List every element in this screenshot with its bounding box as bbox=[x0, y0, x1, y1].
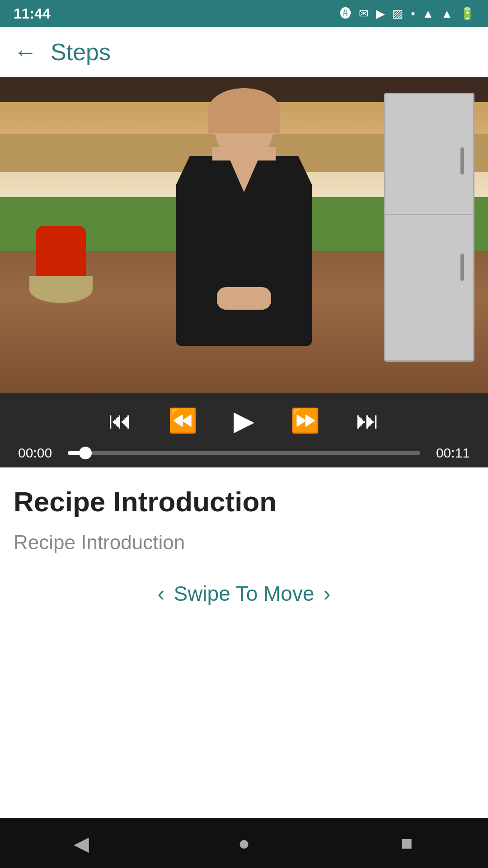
rewind-icon: ⏪ bbox=[168, 407, 197, 434]
play-icon: ▶ bbox=[234, 405, 254, 436]
current-time: 00:00 bbox=[18, 445, 59, 461]
progress-fill bbox=[68, 451, 85, 455]
mixer-bowl bbox=[29, 276, 93, 303]
total-time: 00:11 bbox=[429, 445, 470, 461]
status-bar: 11:44 🅐 ✉ ▶ ▨ • ▲ ▲ 🔋 bbox=[0, 0, 488, 27]
presenter-person bbox=[158, 93, 330, 373]
swipe-indicator[interactable]: ‹ Swipe To Move › bbox=[14, 581, 474, 606]
mixer-body bbox=[36, 226, 86, 280]
skip-forward-icon: ⏭ bbox=[356, 407, 380, 434]
nav-recent-icon: ■ bbox=[401, 832, 413, 854]
wifi-icon: ▲ bbox=[422, 7, 434, 21]
video-controls: ⏮ ⏪ ▶ ⏩ ⏭ 00:00 00:11 bbox=[0, 393, 488, 467]
playback-controls: ⏮ ⏪ ▶ ⏩ ⏭ bbox=[18, 405, 470, 436]
notification-a-icon: 🅐 bbox=[340, 7, 352, 21]
battery-icon: 🔋 bbox=[460, 7, 474, 21]
recipe-title-large: Recipe Introduction bbox=[14, 486, 474, 518]
nav-home-button[interactable]: ● bbox=[226, 825, 262, 861]
nav-back-icon: ◀ bbox=[74, 832, 89, 855]
status-icons: 🅐 ✉ ▶ ▨ • ▲ ▲ 🔋 bbox=[340, 7, 474, 21]
page-title: Steps bbox=[51, 38, 111, 66]
back-icon: ← bbox=[14, 38, 37, 66]
rewind-button[interactable]: ⏪ bbox=[168, 407, 197, 434]
content-area: Recipe Introduction Recipe Introduction … bbox=[0, 467, 488, 818]
fast-forward-button[interactable]: ⏩ bbox=[291, 407, 320, 434]
progress-thumb[interactable] bbox=[79, 447, 92, 459]
stand-mixer bbox=[27, 222, 95, 303]
progress-track[interactable] bbox=[68, 451, 420, 455]
play-button[interactable]: ▶ bbox=[234, 405, 254, 436]
dot-icon: • bbox=[411, 7, 415, 21]
video-thumbnail[interactable] bbox=[0, 77, 488, 393]
person-hands bbox=[217, 287, 271, 310]
skip-back-button[interactable]: ⏮ bbox=[108, 407, 132, 434]
back-button[interactable]: ← bbox=[14, 38, 37, 66]
progress-row: 00:00 00:11 bbox=[18, 445, 470, 461]
gmail-icon: ✉ bbox=[359, 7, 369, 21]
person-head bbox=[215, 93, 273, 158]
storage-icon: ▨ bbox=[392, 7, 404, 21]
nav-bar: ◀ ● ■ bbox=[0, 818, 488, 868]
status-time: 11:44 bbox=[14, 5, 51, 22]
video-container[interactable]: ⏮ ⏪ ▶ ⏩ ⏭ 00:00 00:11 bbox=[0, 77, 488, 467]
fast-forward-icon: ⏩ bbox=[291, 407, 320, 434]
signal-icon: ▲ bbox=[441, 7, 453, 21]
person-body bbox=[176, 156, 312, 346]
skip-back-icon: ⏮ bbox=[108, 407, 132, 434]
swipe-label: Swipe To Move bbox=[174, 581, 314, 606]
swipe-left-arrow: ‹ bbox=[157, 581, 164, 606]
fridge-handle-bottom bbox=[460, 254, 464, 281]
app-bar: ← Steps bbox=[0, 27, 488, 77]
youtube-icon: ▶ bbox=[376, 7, 385, 21]
skip-forward-button[interactable]: ⏭ bbox=[356, 407, 380, 434]
nav-back-button[interactable]: ◀ bbox=[63, 825, 99, 861]
fridge-handle-top bbox=[460, 147, 464, 175]
recipe-subtitle: Recipe Introduction bbox=[14, 531, 474, 554]
refrigerator bbox=[384, 93, 474, 362]
nav-recent-button[interactable]: ■ bbox=[389, 825, 425, 861]
nav-home-icon: ● bbox=[238, 832, 250, 854]
swipe-right-arrow: › bbox=[324, 581, 331, 606]
